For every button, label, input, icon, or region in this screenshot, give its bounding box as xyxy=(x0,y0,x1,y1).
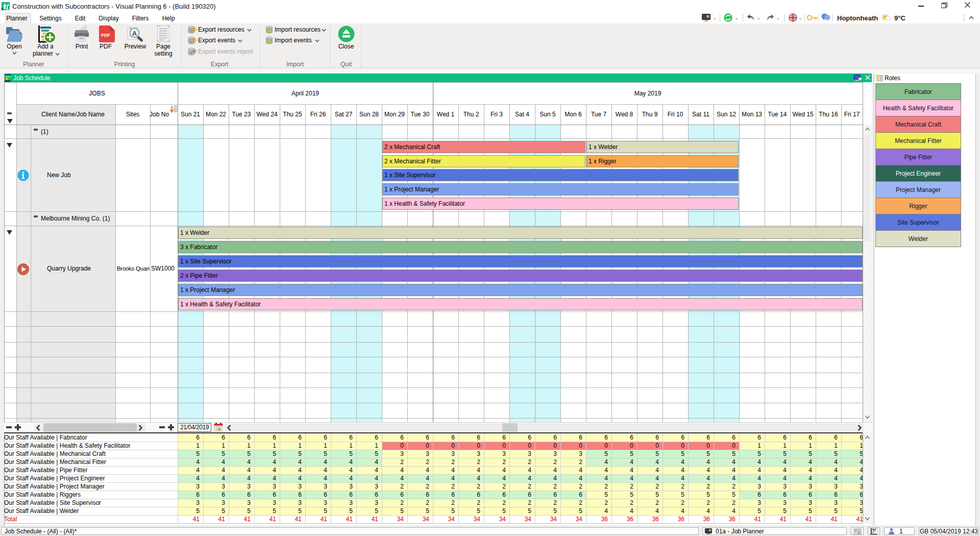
svg-text:A: A xyxy=(132,30,137,37)
svg-text:PDF: PDF xyxy=(101,33,111,38)
